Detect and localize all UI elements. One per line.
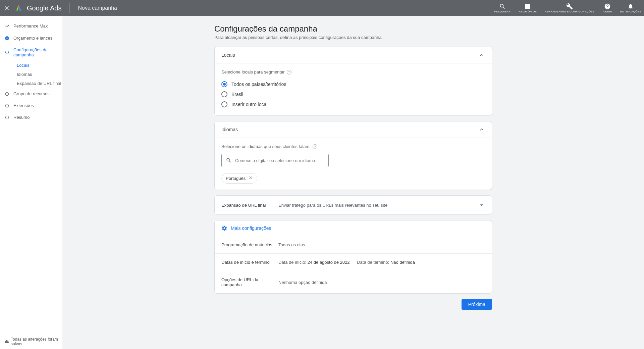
locais-section-label: Selecione locais para segmentar ? (221, 69, 485, 74)
close-icon[interactable] (3, 4, 11, 12)
radio-other-location[interactable]: Inserir outro local (221, 99, 485, 109)
circle-outline-icon (5, 92, 9, 96)
locais-header[interactable]: Locais (215, 47, 492, 63)
dates-row[interactable]: Datas de início e término Data de início… (215, 253, 492, 271)
sidebar-sub-locais[interactable]: Locais (0, 61, 62, 70)
header-left: Google Ads Nova campanha (3, 3, 117, 13)
main-content: Configurações da campanha Para alcançar … (62, 16, 644, 349)
sidebar-item-extensions[interactable]: Extensões (0, 100, 62, 111)
sidebar-item-summary[interactable]: Resumo (0, 111, 62, 123)
circle-outline-icon (5, 103, 9, 108)
page-name: Nova campanha (78, 5, 117, 11)
chip-remove-icon[interactable] (248, 176, 253, 181)
search-button[interactable]: PESQUISAR (494, 3, 511, 13)
help-icon (604, 3, 611, 10)
sidebar-item-resource-group[interactable]: Grupo de recursos (0, 88, 62, 100)
radio-icon (221, 81, 227, 87)
sidebar-sub-url-final[interactable]: Expansão de URL final (0, 79, 62, 88)
wrench-icon (566, 3, 573, 10)
bell-icon (627, 3, 634, 10)
locais-card: Locais Selecione locais para segmentar ?… (214, 47, 492, 116)
help-tooltip-icon[interactable]: ? (287, 70, 291, 74)
svg-point-2 (5, 92, 8, 95)
app-header: Google Ads Nova campanha PESQUISAR RELAT… (0, 0, 644, 16)
radio-brasil[interactable]: Brasil (221, 89, 485, 99)
language-chip-portugues[interactable]: Português (221, 173, 257, 184)
gear-icon (221, 225, 227, 231)
page-subtitle: Para alcançar as pessoas certas, defina … (214, 35, 492, 40)
reports-button[interactable]: RELATÓRIOS (519, 3, 537, 13)
page-title: Configurações da campanha (214, 24, 492, 34)
sidebar-item-campaign-settings[interactable]: Configurações da campanha (0, 44, 62, 61)
language-input-field[interactable] (235, 158, 324, 163)
idiomas-card: Idiomas Selecione os idiomas que seus cl… (214, 121, 492, 190)
next-button[interactable]: Próxima (462, 299, 492, 310)
chevron-up-icon (478, 126, 485, 133)
radio-icon (221, 101, 227, 107)
cloud-done-icon (5, 339, 9, 344)
radio-all-countries[interactable]: Todos os países/territórios (221, 79, 485, 89)
schedule-row[interactable]: Programação de anúncios Todos os dias (215, 236, 492, 253)
url-final-row[interactable]: Expansão de URL final Enviar tráfego par… (215, 196, 492, 214)
header-right: PESQUISAR RELATÓRIOS FERRAMENTAS E CONFI… (494, 3, 641, 13)
more-settings-card: Mais configurações Programação de anúnci… (214, 220, 492, 294)
idiomas-header[interactable]: Idiomas (215, 121, 492, 138)
svg-point-1 (5, 51, 8, 54)
sidebar-item-budget[interactable]: Orçamento e lances (0, 32, 62, 44)
dates-value: Data de início: 24 de agosto de 2022 Dat… (278, 260, 485, 265)
svg-point-3 (5, 104, 8, 107)
trend-icon (5, 24, 9, 29)
more-settings-toggle[interactable]: Mais configurações (215, 220, 492, 236)
circle-outline-icon (5, 50, 9, 55)
save-status: Todas as alterações foram salvas (5, 337, 62, 346)
sidebar-sub-idiomas[interactable]: Idiomas (0, 70, 62, 79)
radio-icon (221, 91, 227, 97)
notifications-button[interactable]: NOTIFICAÇÕES (620, 3, 641, 13)
url-options-row[interactable]: Opções de URL da campanha Nenhuma opção … (215, 271, 492, 293)
check-circle-icon (5, 36, 9, 41)
sidebar-item-performance-max[interactable]: Performance Max (0, 20, 62, 32)
chevron-up-icon (478, 52, 485, 58)
help-button[interactable]: AJUDA (603, 3, 612, 13)
svg-point-4 (5, 116, 8, 119)
brand-label: Google Ads (27, 4, 61, 12)
google-ads-logo-icon (15, 4, 23, 12)
help-tooltip-icon[interactable]: ? (313, 144, 317, 149)
chevron-down-icon (478, 202, 485, 208)
tools-button[interactable]: FERRAMENTAS E CONFIGURAÇÕES (545, 3, 594, 13)
circle-outline-icon (5, 115, 9, 120)
search-icon (226, 157, 232, 163)
reports-icon (524, 3, 531, 10)
url-final-card: Expansão de URL final Enviar tráfego par… (214, 195, 492, 215)
header-divider (69, 3, 70, 13)
search-icon (499, 3, 506, 10)
language-search-input[interactable] (221, 154, 329, 167)
svg-point-0 (16, 9, 18, 11)
idiomas-section-label: Selecione os idiomas que seus clientes f… (221, 144, 485, 149)
sidebar: Performance Max Orçamento e lances Confi… (0, 16, 62, 349)
